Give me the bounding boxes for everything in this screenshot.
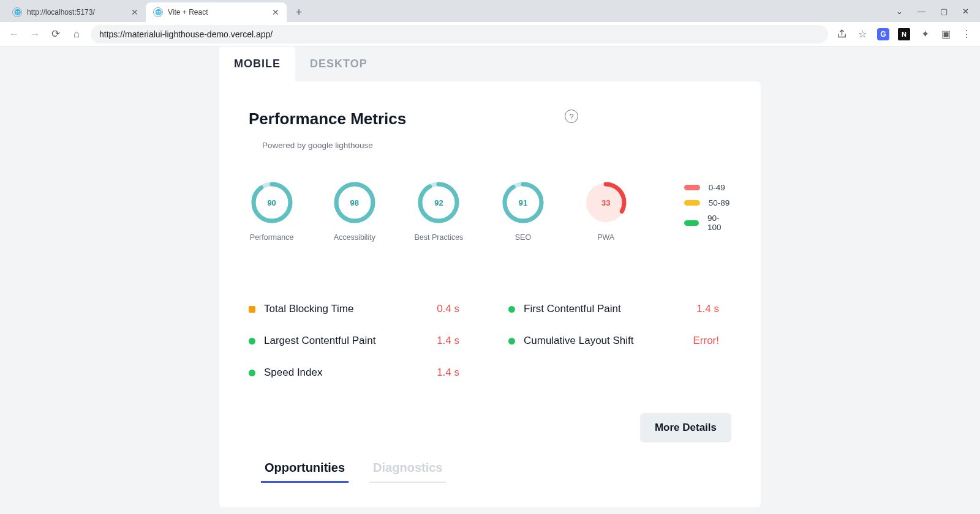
legend-pill-green <box>684 220 699 226</box>
metric-name: First Contentful Paint <box>524 303 621 315</box>
metric-name: Total Blocking Time <box>264 303 353 315</box>
gauge-ring: 92 <box>417 181 461 225</box>
metric-first-contentful-paint: First Contentful Paint 1.4 s <box>508 303 731 315</box>
legend-row-green: 90-100 <box>684 214 731 232</box>
metric-largest-contentful-paint: Largest Contentful Paint 1.4 s <box>249 335 472 347</box>
subtitle: Powered by google lighthouse <box>262 141 731 150</box>
globe-icon: 🌐 <box>12 7 22 17</box>
gauge-label: Performance <box>250 233 294 242</box>
gauge-ring: 90 <box>250 181 294 225</box>
panel-icon[interactable]: ▣ <box>940 28 952 40</box>
gauge-value: 92 <box>417 181 461 225</box>
more-details-button[interactable]: More Details <box>640 413 731 442</box>
device-tabs: MOBILE DESKTOP <box>219 47 761 81</box>
legend-label: 90-100 <box>707 214 731 232</box>
extension-dark-icon[interactable]: N <box>898 28 910 40</box>
browser-tab-localhost[interactable]: 🌐 http://localhost:5173/ ✕ <box>5 2 146 22</box>
metrics-panel: Performance Metrics ? Powered by google … <box>219 81 761 507</box>
reload-button[interactable]: ⟳ <box>49 28 62 41</box>
tab-opportunities[interactable]: Opportunities <box>261 461 349 483</box>
metric-cumulative-layout-shift: Cumulative Layout Shift Error! <box>508 335 731 347</box>
legend-row-orange: 50-89 <box>684 198 731 207</box>
gauge-performance: 90 Performance <box>249 181 295 242</box>
status-dot <box>249 370 255 376</box>
legend-label: 50-89 <box>709 198 730 207</box>
gauge-ring: 91 <box>501 181 545 225</box>
page-title: Performance Metrics <box>249 110 406 128</box>
legend-row-red: 0-49 <box>684 183 731 192</box>
forward-button[interactable]: → <box>28 28 42 41</box>
gauge-label: Best Practices <box>414 233 463 242</box>
gauge-label: Accessibility <box>334 233 375 242</box>
legend: 0-49 50-89 90-100 <box>684 183 731 232</box>
toolbar: ← → ⟳ ⌂ https://materialui-lighthouse-de… <box>0 22 980 47</box>
close-window-icon[interactable]: ✕ <box>962 7 969 16</box>
metric-speed-index: Speed Index 1.4 s <box>249 367 472 379</box>
gauges-row: 90 Performance 98 Accessibility 92 Best … <box>249 181 731 242</box>
tab-desktop[interactable]: DESKTOP <box>295 47 382 81</box>
legend-pill-red <box>684 185 700 190</box>
status-dot <box>249 306 255 313</box>
status-dot <box>508 306 515 313</box>
new-tab-button[interactable]: + <box>290 4 307 21</box>
metric-value: 1.4 s <box>437 367 472 379</box>
metric-value: 0.4 s <box>437 303 472 315</box>
home-button[interactable]: ⌂ <box>70 28 83 41</box>
gauge-label: SEO <box>515 233 531 242</box>
tab-title: http://localhost:5173/ <box>27 8 126 17</box>
window-controls: ⌄ — ▢ ✕ <box>896 0 980 22</box>
status-dot <box>508 338 515 345</box>
menu-icon[interactable]: ⋮ <box>960 28 973 40</box>
globe-icon: 🌐 <box>153 7 163 17</box>
close-icon[interactable]: ✕ <box>272 7 279 17</box>
lower-tabs: Opportunities Diagnostics <box>261 461 731 483</box>
metric-name: Speed Index <box>264 367 322 379</box>
share-icon[interactable] <box>835 28 848 40</box>
metric-name: Cumulative Layout Shift <box>524 335 634 347</box>
gauge-value: 33 <box>584 181 628 225</box>
page-viewport[interactable]: MOBILE DESKTOP Performance Metrics ? Pow… <box>0 47 980 514</box>
maximize-icon[interactable]: ▢ <box>940 7 948 16</box>
tab-mobile[interactable]: MOBILE <box>219 47 295 81</box>
legend-pill-orange <box>684 200 700 206</box>
bookmark-icon[interactable]: ☆ <box>856 28 869 40</box>
gauge-ring: 98 <box>333 181 377 225</box>
url-text: https://materialui-lighthouse-demo.verce… <box>99 29 273 39</box>
legend-label: 0-49 <box>709 183 725 192</box>
close-icon[interactable]: ✕ <box>131 7 138 17</box>
metric-value: 1.4 s <box>696 303 731 315</box>
extension-blue-icon[interactable]: G <box>877 28 889 40</box>
address-bar[interactable]: https://materialui-lighthouse-demo.verce… <box>91 25 828 43</box>
gauge-accessibility: 98 Accessibility <box>331 181 377 242</box>
tab-diagnostics[interactable]: Diagnostics <box>369 461 446 483</box>
gauge-pwa: 33 PWA <box>583 181 629 242</box>
gauge-best-practices: 92 Best Practices <box>414 181 463 242</box>
browser-tab-vite[interactable]: 🌐 Vite + React ✕ <box>146 2 287 22</box>
gauge-label: PWA <box>597 233 614 242</box>
metric-value: Error! <box>693 335 732 347</box>
gauge-value: 98 <box>333 181 377 225</box>
gauge-value: 91 <box>501 181 545 225</box>
metric-name: Largest Contentful Paint <box>264 335 375 347</box>
extensions-icon[interactable]: ✦ <box>919 28 931 40</box>
metric-value: 1.4 s <box>437 335 472 347</box>
help-icon[interactable]: ? <box>565 110 578 123</box>
chevron-down-icon[interactable]: ⌄ <box>896 7 903 16</box>
metrics-grid: Total Blocking Time 0.4 s First Contentf… <box>249 303 731 379</box>
minimize-icon[interactable]: — <box>918 7 925 16</box>
back-button[interactable]: ← <box>7 28 21 41</box>
metric-total-blocking-time: Total Blocking Time 0.4 s <box>249 303 472 315</box>
status-dot <box>249 338 255 345</box>
gauge-ring: 33 <box>584 181 628 225</box>
tab-title: Vite + React <box>168 8 267 17</box>
tabstrip: 🌐 http://localhost:5173/ ✕ 🌐 Vite + Reac… <box>0 0 980 22</box>
gauge-value: 90 <box>250 181 294 225</box>
gauge-seo: 91 SEO <box>500 181 546 242</box>
